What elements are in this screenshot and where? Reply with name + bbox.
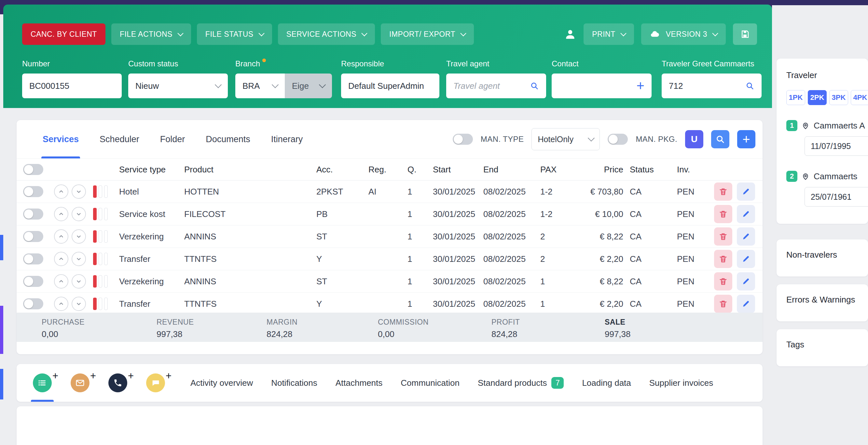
tags-panel[interactable]: Tags [777, 329, 868, 366]
move-up-button[interactable] [54, 252, 68, 266]
tab-itinerary[interactable]: Itinerary [271, 120, 303, 158]
traveler-index-badge: 1 [786, 120, 797, 131]
add-task-list-icon[interactable]: + [53, 370, 58, 382]
delete-service-button[interactable] [714, 272, 732, 290]
move-up-button[interactable] [54, 229, 68, 244]
row-toggle[interactable] [23, 209, 43, 220]
move-up-button[interactable] [54, 297, 68, 311]
branch-select[interactable]: BRA [235, 73, 285, 98]
user-icon[interactable] [564, 28, 577, 40]
bottom-tab-attachments[interactable]: Attachments [336, 378, 383, 388]
bottom-tabs: Activity overviewNotificationsAttachment… [190, 377, 713, 389]
file-actions-button[interactable]: FILE ACTIONS [111, 24, 191, 45]
mail-icon-button[interactable]: + [71, 374, 90, 392]
file-status-button[interactable]: FILE STATUS [197, 24, 272, 45]
bottom-tab-loading-data[interactable]: Loading data [582, 378, 631, 388]
move-up-button[interactable] [54, 207, 68, 221]
cell-end: 08/02/2025 [478, 299, 535, 309]
pill-4pk[interactable]: 4PK [851, 90, 868, 105]
travel-agent-placeholder: Travel agent [453, 81, 500, 91]
delete-service-button[interactable] [714, 183, 732, 201]
delete-service-button[interactable] [714, 295, 732, 313]
move-down-button[interactable] [71, 274, 86, 289]
responsible-input[interactable]: Default SuperAdmin [341, 73, 439, 98]
delete-service-button[interactable] [714, 205, 732, 223]
bottom-tab-activity-overview[interactable]: Activity overview [190, 378, 253, 388]
row-toggle[interactable] [23, 276, 43, 287]
user-initial-button[interactable]: U [685, 130, 703, 148]
travel-agent-input[interactable]: Travel agent [446, 73, 546, 98]
move-down-button[interactable] [71, 229, 86, 244]
chat-icon-button[interactable]: + [146, 374, 165, 392]
tab-documents[interactable]: Documents [206, 120, 250, 158]
edit-service-button[interactable] [737, 205, 755, 223]
move-down-button[interactable] [71, 252, 86, 266]
edit-service-button[interactable] [737, 227, 755, 246]
tab-scheduler[interactable]: Scheduler [100, 120, 139, 158]
man-pkg-toggle[interactable] [608, 134, 628, 145]
non-travelers-panel[interactable]: Non-travelers [777, 240, 868, 277]
bottom-tab-supplier-invoices[interactable]: Supplier invoices [649, 378, 713, 388]
edit-service-button[interactable] [737, 272, 755, 290]
branch-sub-select[interactable]: Eige [285, 73, 332, 98]
cell-q: 1 [402, 254, 428, 264]
row-toggle[interactable] [23, 186, 43, 197]
search-icon[interactable] [745, 81, 754, 90]
chevron-down-icon [215, 81, 222, 88]
save-button[interactable] [733, 24, 757, 45]
tab-folder[interactable]: Folder [160, 120, 185, 158]
summary-label: SALE [605, 318, 763, 327]
move-down-button[interactable] [71, 207, 86, 221]
traveler-birthdate-input[interactable]: 11/07/1995 [805, 136, 868, 156]
errors-warnings-panel[interactable]: Errors & Warnings [777, 284, 868, 321]
contact-input[interactable]: + [552, 73, 652, 98]
traveler-input[interactable]: 712 [662, 73, 762, 98]
man-type-toggle[interactable] [453, 134, 473, 145]
move-up-button[interactable] [54, 185, 68, 199]
bottom-tab-notifications[interactable]: Notifications [271, 378, 317, 388]
add-chat-icon[interactable]: + [166, 370, 172, 382]
print-button[interactable]: PRINT [584, 24, 634, 45]
edit-service-button[interactable] [737, 250, 755, 268]
task-list-icon-button[interactable]: + [33, 374, 52, 392]
delete-service-button[interactable] [714, 227, 732, 246]
add-mail-icon[interactable]: + [90, 370, 96, 382]
cell-acc: PB [311, 209, 363, 219]
custom-status-select[interactable]: Nieuw [128, 73, 228, 98]
tab-services[interactable]: Services [43, 120, 79, 158]
import-export-button[interactable]: IMPORT/ EXPORT [381, 24, 474, 45]
bottom-content-panel [17, 406, 763, 445]
search-icon[interactable] [530, 81, 539, 90]
traveler-birthdate-input[interactable]: 25/07/1961 [805, 187, 868, 206]
service-actions-button[interactable]: SERVICE ACTIONS [278, 24, 375, 45]
field-custom-status-label: Custom status [128, 59, 228, 68]
move-up-button[interactable] [54, 274, 68, 289]
version-button[interactable]: VERSION 3 [641, 24, 726, 45]
bottom-tab-label: Standard products [478, 378, 547, 388]
add-phone-icon[interactable]: + [128, 370, 134, 382]
row-toggle[interactable] [23, 253, 43, 264]
chevron-down-icon [258, 30, 264, 36]
delete-service-button[interactable] [714, 250, 732, 268]
move-down-button[interactable] [71, 297, 86, 311]
row-toggle[interactable] [23, 231, 43, 242]
edit-service-button[interactable] [737, 295, 755, 313]
pill-2pk[interactable]: 2PK [808, 90, 827, 105]
task-list-icon [33, 374, 52, 392]
row-toggle[interactable] [23, 298, 43, 309]
bottom-tab-standard-products[interactable]: Standard products7 [478, 377, 564, 389]
phone-icon-button[interactable]: + [108, 374, 127, 392]
search-service-button[interactable] [711, 130, 730, 148]
cancel-by-client-button[interactable]: CANC. BY CLIENT [22, 24, 105, 45]
edit-service-button[interactable] [737, 183, 755, 201]
pill-1pk[interactable]: 1PK [786, 90, 805, 105]
number-input[interactable]: BC000155 [22, 73, 122, 98]
move-down-button[interactable] [71, 185, 86, 199]
package-type-select[interactable]: HotelOnly [531, 128, 600, 150]
add-service-button[interactable]: + [737, 130, 755, 148]
bottom-tab-communication[interactable]: Communication [401, 378, 460, 388]
version-label: VERSION 3 [666, 30, 707, 39]
cell-inv: PEN [672, 299, 714, 309]
master-toggle[interactable] [23, 164, 43, 175]
pill-3pk[interactable]: 3PK [829, 90, 848, 105]
